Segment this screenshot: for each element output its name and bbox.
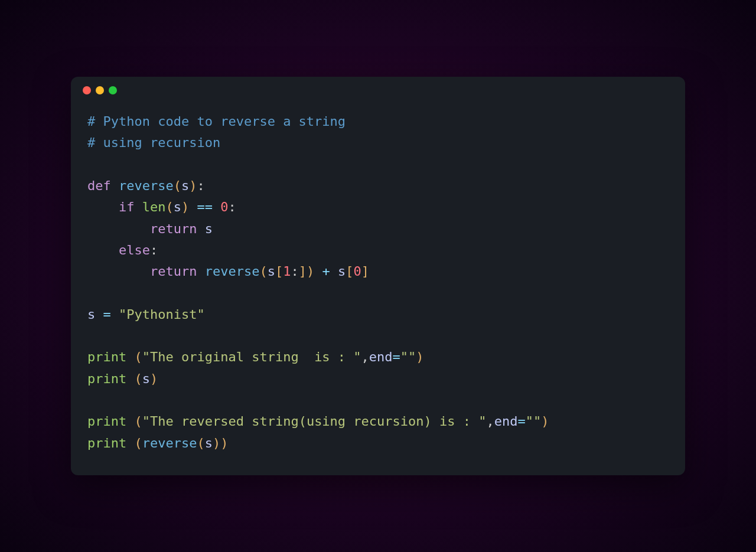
comma: ,: [487, 414, 494, 429]
code-line: print (reverse(s)): [87, 433, 669, 454]
paren: ): [307, 264, 314, 279]
code-line: return s: [87, 218, 669, 240]
number: 1: [283, 264, 291, 279]
operator: ==: [197, 200, 213, 214]
operator: +: [322, 264, 330, 279]
code-line: # using recursion: [87, 132, 669, 153]
keyword-return: return: [150, 221, 197, 236]
keyword-if: if: [119, 200, 135, 214]
number: 0: [353, 264, 361, 279]
code-line: print ("The reversed string(using recurs…: [87, 411, 669, 432]
function-call: reverse: [142, 436, 197, 450]
paren: (: [134, 414, 142, 429]
operator: =: [518, 414, 526, 429]
code-line: def reverse(s):: [87, 175, 669, 197]
string: "The reversed string(using recursion) is…: [142, 414, 487, 429]
identifier: s: [181, 178, 189, 193]
identifier: s: [338, 264, 346, 279]
colon: :: [291, 264, 298, 279]
code-line: if len(s) == 0:: [87, 197, 669, 218]
paren: (: [165, 200, 173, 214]
string: "Pythonist": [119, 307, 205, 322]
builtin-print: print: [87, 414, 126, 429]
operator: =: [393, 350, 400, 364]
identifier: s: [268, 264, 275, 279]
identifier: s: [142, 371, 150, 386]
identifier: s: [205, 436, 213, 450]
code-line: else:: [87, 240, 669, 261]
paren: (: [134, 350, 142, 364]
keyword-return: return: [150, 264, 197, 279]
builtin-len: len: [142, 200, 166, 214]
paren: ): [181, 200, 189, 214]
function-call: reverse: [205, 264, 260, 279]
minimize-icon[interactable]: [96, 86, 104, 94]
builtin-print: print: [87, 350, 126, 364]
operator: =: [103, 307, 111, 322]
paren: (: [197, 436, 204, 450]
paren: ): [150, 371, 158, 386]
code-line: [87, 325, 669, 347]
code-window: # Python code to reverse a string # usin…: [71, 77, 685, 475]
keyword-def: def: [87, 178, 111, 193]
code-line: print (s): [87, 368, 669, 390]
identifier: end: [494, 414, 518, 429]
identifier: s: [205, 221, 213, 236]
paren: (: [134, 371, 142, 386]
comma: ,: [361, 350, 369, 364]
code-line: # Python code to reverse a string: [87, 111, 669, 132]
code-line: s = "Pythonist": [87, 304, 669, 325]
paren: (: [134, 436, 142, 450]
paren: ): [541, 414, 549, 429]
maximize-icon[interactable]: [109, 86, 117, 94]
colon: :: [228, 200, 236, 214]
code-content: # Python code to reverse a string # usin…: [71, 104, 685, 475]
function-name: reverse: [119, 178, 174, 193]
builtin-print: print: [87, 371, 126, 386]
string: "The original string is : ": [142, 350, 361, 364]
bracket: ]: [361, 264, 369, 279]
code-line: [87, 283, 669, 304]
code-line: [87, 390, 669, 411]
comment: # using recursion: [87, 135, 220, 150]
keyword-else: else: [119, 243, 150, 257]
code-line: print ("The original string is : ",end="…: [87, 347, 669, 368]
string: "": [526, 414, 542, 429]
bracket: [: [275, 264, 283, 279]
close-icon[interactable]: [83, 86, 91, 94]
paren: ): [416, 350, 423, 364]
title-bar: [71, 77, 685, 104]
code-line: [87, 154, 669, 175]
bracket: [: [346, 264, 353, 279]
colon: :: [150, 243, 158, 257]
paren: (: [259, 264, 267, 279]
bracket: ]: [299, 264, 307, 279]
comment: # Python code to reverse a string: [87, 114, 346, 129]
builtin-print: print: [87, 436, 126, 450]
identifier: end: [369, 350, 393, 364]
paren: ): [213, 436, 220, 450]
paren: ): [220, 436, 228, 450]
paren: ): [189, 178, 197, 193]
colon: :: [197, 178, 204, 193]
string: "": [400, 350, 416, 364]
identifier: s: [87, 307, 95, 322]
number: 0: [220, 200, 228, 214]
paren: (: [174, 178, 181, 193]
code-line: return reverse(s[1:]) + s[0]: [87, 261, 669, 282]
identifier: s: [174, 200, 181, 214]
